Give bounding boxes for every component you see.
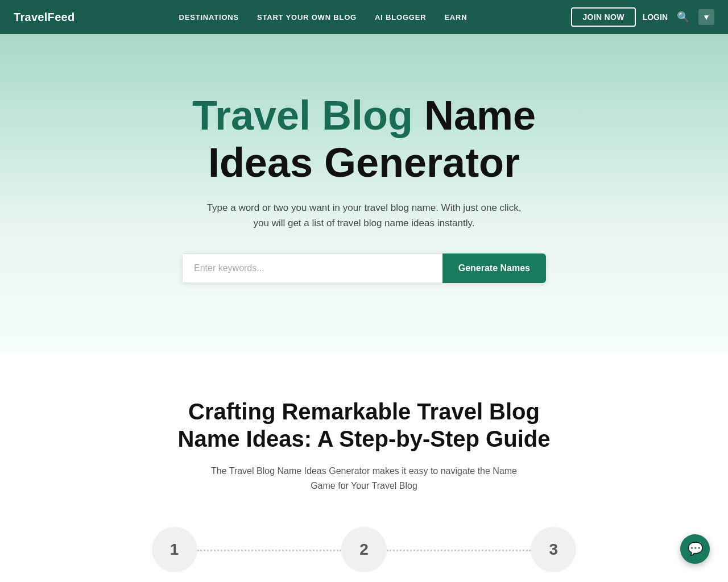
step-2-connector: [387, 550, 531, 551]
join-now-button[interactable]: JOIN NOW: [571, 7, 635, 27]
guide-title: Crafting Remarkable Travel Blog Name Ide…: [165, 398, 563, 452]
nav-start-blog[interactable]: START YOUR OWN BLOG: [257, 13, 357, 22]
nav-destinations[interactable]: DESTINATIONS: [179, 13, 239, 22]
hero-title-part1: Travel Blog: [192, 93, 413, 138]
guide-subtitle: The Travel Blog Name Ideas Generator mak…: [205, 464, 523, 493]
step-3-circle: 3: [531, 527, 576, 572]
chat-widget-button[interactable]: 💬: [680, 534, 710, 564]
logo: TravelFeed: [14, 11, 75, 24]
header-actions: JOIN NOW LOGIN 🔍 ▼: [571, 7, 714, 27]
hero-title: Travel Blog Name Ideas Generator: [136, 92, 592, 186]
step-1-connector: [197, 550, 341, 551]
login-button[interactable]: LOGIN: [643, 13, 668, 22]
chat-icon: 💬: [688, 542, 703, 556]
nav-ai-blogger[interactable]: AI BLOGGER: [375, 13, 426, 22]
hero-subtitle: Type a word or two you want in your trav…: [205, 200, 523, 231]
step-1-circle: 1: [152, 527, 197, 572]
keywords-input[interactable]: [182, 253, 442, 283]
steps-row: 1 2 3: [80, 527, 648, 572]
header: TravelFeed DESTINATIONS START YOUR OWN B…: [0, 0, 728, 34]
generate-names-button[interactable]: Generate Names: [442, 253, 546, 283]
step-2-circle: 2: [341, 527, 387, 572]
main-nav: DESTINATIONS START YOUR OWN BLOG AI BLOG…: [179, 13, 468, 22]
guide-section: Crafting Remarkable Travel Blog Name Ide…: [0, 352, 728, 582]
hero-section: Travel Blog Name Ideas Generator Type a …: [0, 34, 728, 352]
keyword-search-form: Generate Names: [182, 253, 546, 283]
nav-earn[interactable]: EARN: [444, 13, 467, 22]
search-icon[interactable]: 🔍: [675, 9, 692, 26]
step-1-item: 1: [80, 527, 269, 572]
chevron-down-icon[interactable]: ▼: [698, 9, 714, 25]
